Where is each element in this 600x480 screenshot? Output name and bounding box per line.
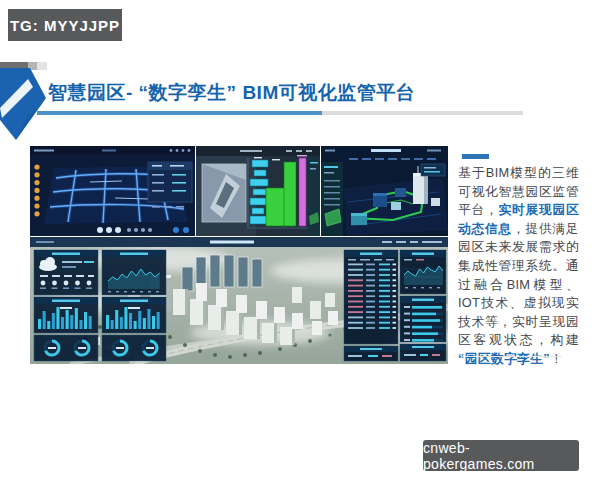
bar	[134, 321, 137, 329]
forecast-icon	[75, 281, 80, 286]
alarm-text-dash	[348, 311, 363, 313]
alarm-text-dash	[348, 301, 363, 303]
campus-side-list	[321, 162, 343, 236]
white-tower	[413, 176, 424, 204]
telegram-badge: TG: MYYJJPP	[8, 9, 122, 41]
floor-block	[250, 179, 268, 186]
floor-block	[250, 198, 266, 205]
area-chart-panel-1	[102, 250, 166, 295]
sidebar-divider	[462, 356, 562, 357]
status-dot	[34, 164, 39, 169]
overview-header-bar	[30, 237, 448, 247]
tool-icon	[134, 228, 138, 232]
bar	[75, 308, 78, 329]
gauge-panel-2	[102, 335, 166, 361]
tool-icon	[148, 228, 152, 232]
alarm-text-dash	[348, 290, 363, 292]
arrow-decoration-svg	[0, 68, 46, 140]
page-title: 智慧园区- “数字孪生” BIM可视化监管平台	[48, 80, 468, 106]
campus-3d-panel	[321, 146, 448, 236]
title-underline-gray	[322, 111, 523, 115]
bar	[106, 315, 109, 329]
alarm-text-dash	[348, 317, 363, 319]
alarm-text-dash	[348, 285, 363, 287]
forecast-icon	[64, 281, 69, 286]
small-panel-right	[400, 344, 446, 361]
status-dot	[34, 203, 39, 208]
bar	[89, 316, 92, 329]
tool-icon	[173, 227, 179, 233]
telegram-badge-label: TG: MYYJJPP	[10, 17, 120, 34]
map-panel	[30, 146, 195, 236]
alarm-text-dash	[348, 295, 363, 297]
alarm-text-dash	[348, 279, 363, 281]
floor-block	[250, 216, 268, 224]
alarm-text-dash	[348, 327, 363, 329]
bar	[52, 313, 55, 329]
watermark-label: cnweb-pokergames.com	[423, 440, 579, 472]
bar	[124, 307, 127, 329]
status-dot	[34, 211, 39, 216]
arrow-decoration-icon	[0, 68, 46, 140]
status-dot	[34, 180, 39, 185]
bar	[66, 310, 69, 329]
bar	[38, 319, 41, 329]
campus-info-chip	[421, 164, 445, 176]
floor-block	[252, 160, 268, 167]
slide: TG: MYYJJPP 智慧园区- “数字孪生” BIM可视化监管平台	[0, 0, 600, 480]
hbar	[412, 313, 436, 316]
bar	[143, 318, 146, 329]
floor-block	[253, 189, 266, 195]
text-segment: ，提供满足园区未来发展需求的集成性管理系统。通过融合BIM模型、IOT技术、虚拟…	[458, 221, 579, 348]
campus-nav-items	[349, 158, 436, 160]
alarm-list-panel	[344, 250, 398, 344]
bar	[120, 317, 123, 329]
floor-blocks-magenta	[299, 158, 306, 226]
tool-icon	[97, 227, 103, 233]
bar	[79, 320, 82, 329]
tool-icon	[127, 228, 131, 232]
text-segment: ！	[550, 351, 563, 366]
status-dot	[34, 188, 39, 193]
site-photo-inset	[202, 164, 246, 222]
hbar-panel	[400, 296, 446, 342]
bar	[115, 310, 118, 329]
gauge-panel-1	[34, 335, 98, 361]
tool-icon	[183, 227, 189, 233]
bar-chart-panel-1	[34, 297, 98, 333]
hbar	[412, 339, 434, 342]
bar	[70, 315, 73, 329]
floor-block	[266, 188, 286, 226]
alarm-text-dash	[348, 322, 363, 324]
bar	[84, 312, 87, 329]
forecast-icon	[41, 281, 46, 286]
bar	[147, 309, 150, 329]
bar	[61, 317, 64, 329]
weather-panel	[34, 250, 98, 295]
floor-block	[284, 162, 296, 226]
tool-icon	[115, 227, 121, 233]
alarm-text-dash	[348, 306, 363, 308]
tool-icon	[141, 228, 145, 232]
sidebar-accent-bar	[462, 154, 489, 159]
dashboard-screenshot	[30, 146, 448, 364]
bar	[157, 312, 160, 329]
hbar	[412, 332, 438, 335]
alarm-text-dash	[348, 269, 363, 271]
bar-chart-panel-2	[102, 297, 166, 333]
bar	[138, 311, 141, 329]
building-floors-panel	[196, 146, 320, 236]
hbar	[412, 319, 440, 322]
hbar	[412, 326, 432, 329]
text-segment: “园区数字孪生”	[458, 351, 550, 366]
floor-block	[254, 170, 266, 176]
status-dot	[34, 172, 39, 177]
description-text: 基于BIM模型的三维可视化智慧园区监管平台，实时展现园区动态信息，提供满足园区未…	[458, 164, 579, 369]
map-data-table	[148, 162, 192, 208]
status-dot	[34, 196, 39, 201]
floor-block	[299, 158, 306, 226]
bar	[43, 311, 46, 329]
floor-block	[252, 208, 264, 214]
bar	[56, 307, 59, 329]
watermark-badge: cnweb-pokergames.com	[423, 440, 579, 471]
